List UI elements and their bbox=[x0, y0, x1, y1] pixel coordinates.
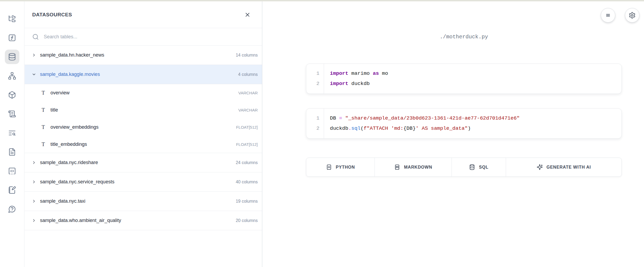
helper-panel-rail bbox=[0, 1, 24, 267]
database-icon bbox=[469, 164, 475, 170]
chevron-right-icon bbox=[32, 53, 36, 57]
generate-with-ai-button[interactable]: GENERATE WITH AI bbox=[506, 158, 621, 176]
table-row[interactable]: sample_data.nyc.service_requests 40 colu… bbox=[25, 172, 262, 192]
column-row[interactable]: T title_embeddings FLOAT[512] bbox=[25, 136, 262, 153]
table-name: sample_data.nyc.service_requests bbox=[40, 179, 114, 185]
table-column-count: 20 columns bbox=[236, 218, 258, 223]
sidebar-item-chat-help[interactable] bbox=[5, 202, 19, 216]
column-type: FLOAT[512] bbox=[236, 125, 258, 129]
text-type-icon: T bbox=[41, 90, 46, 96]
table-name: sample_data.hn.hacker_news bbox=[40, 52, 104, 58]
function-square-icon bbox=[8, 34, 16, 42]
column-name: overview_embeddings bbox=[50, 124, 99, 130]
add-cell-toolbar: PYTHON MARKDOWN SQL GENER bbox=[306, 158, 622, 177]
document-icon bbox=[8, 148, 16, 156]
hamburger-menu-icon bbox=[605, 12, 612, 19]
table-name: sample_data.nyc.taxi bbox=[40, 198, 85, 204]
text-search-icon bbox=[8, 129, 16, 137]
database-icon bbox=[8, 53, 16, 61]
close-icon bbox=[244, 12, 251, 18]
column-row[interactable]: T overview_embeddings FLOAT[512] bbox=[25, 118, 262, 136]
panel-header: DATASOURCES bbox=[25, 1, 262, 28]
sparkles-icon bbox=[537, 164, 543, 170]
column-type: FLOAT[512] bbox=[236, 142, 258, 147]
table-name: sample_data.nyc.rideshare bbox=[40, 160, 98, 165]
datasources-panel: DATASOURCES sample_data.hn.hacker_news 1… bbox=[25, 1, 262, 267]
notebook-menu-button[interactable] bbox=[601, 8, 615, 23]
column-name: title_embeddings bbox=[50, 142, 87, 147]
help-chat-icon bbox=[8, 205, 16, 213]
table-name: sample_data.kaggle.movies bbox=[40, 72, 100, 77]
snippets-code-icon bbox=[8, 167, 16, 175]
table-column-count: 19 columns bbox=[236, 199, 258, 204]
text-type-icon: T bbox=[41, 107, 46, 113]
table-search-bar bbox=[25, 28, 262, 46]
search-icon bbox=[32, 34, 39, 40]
close-panel-button[interactable] bbox=[244, 12, 251, 18]
table-column-count: 4 columns bbox=[238, 72, 258, 77]
text-type-icon: T bbox=[41, 141, 46, 147]
sidebar-item-dependencies[interactable] bbox=[5, 69, 19, 83]
file-tree-icon bbox=[8, 15, 16, 23]
column-type: VARCHAR bbox=[238, 91, 258, 95]
gear-icon bbox=[629, 12, 636, 19]
chevron-right-icon bbox=[32, 160, 36, 165]
column-row[interactable]: T overview VARCHAR bbox=[25, 84, 262, 101]
table-row[interactable]: sample_data.who.ambient_air_quality 20 c… bbox=[25, 211, 262, 230]
sidebar-item-datasources[interactable] bbox=[5, 50, 19, 64]
code-cell[interactable]: 1 2 import marimo as mo import duckdb bbox=[306, 64, 622, 94]
code-cell-icon bbox=[326, 164, 332, 170]
column-name: title bbox=[50, 107, 58, 113]
column-name: overview bbox=[50, 90, 70, 96]
table-row[interactable]: sample_data.nyc.taxi 19 columns bbox=[25, 192, 262, 211]
sidebar-item-logs[interactable] bbox=[5, 107, 19, 121]
column-type: VARCHAR bbox=[238, 108, 258, 112]
sidebar-item-packages[interactable] bbox=[5, 88, 19, 102]
table-column-count: 24 columns bbox=[236, 160, 258, 165]
table-name: sample_data.who.ambient_air_quality bbox=[40, 218, 121, 223]
sidebar-item-file-tree[interactable] bbox=[5, 12, 19, 26]
dependency-graph-icon bbox=[8, 72, 16, 80]
settings-button[interactable] bbox=[625, 8, 639, 23]
search-input[interactable] bbox=[43, 34, 254, 40]
sidebar-item-variables[interactable] bbox=[5, 31, 19, 45]
chevron-down-icon bbox=[32, 72, 36, 77]
marimo-notebook-window: DATASOURCES sample_data.hn.hacker_news 1… bbox=[0, 0, 644, 267]
line-number-gutter: 1 2 bbox=[306, 64, 324, 94]
table-row[interactable]: sample_data.nyc.rideshare 24 columns bbox=[25, 153, 262, 172]
code-cell[interactable]: 1 2 DB = "_share/sample_data/23b0d623-13… bbox=[306, 108, 622, 139]
table-row-selected[interactable]: sample_data.kaggle.movies 4 columns bbox=[25, 65, 262, 84]
notebook-filename[interactable]: ./motherduck.py bbox=[306, 34, 622, 40]
panel-title: DATASOURCES bbox=[32, 12, 72, 18]
markdown-icon bbox=[394, 164, 400, 170]
table-row[interactable]: sample_data.hn.hacker_news 14 columns bbox=[25, 46, 262, 65]
notebook-area: ./motherduck.py 1 2 import marimo as mo … bbox=[263, 1, 644, 267]
text-type-icon: T bbox=[41, 124, 46, 130]
add-markdown-cell-button[interactable]: MARKDOWN bbox=[375, 158, 452, 176]
table-columns-list: T overview VARCHAR T title VARCHAR T ove… bbox=[25, 84, 262, 153]
code-editor[interactable]: DB = "_share/sample_data/23b0d623-1361-4… bbox=[324, 109, 520, 138]
add-sql-cell-button[interactable]: SQL bbox=[452, 158, 506, 176]
table-column-count: 14 columns bbox=[236, 53, 258, 58]
chevron-right-icon bbox=[32, 218, 36, 223]
chevron-right-icon bbox=[32, 199, 36, 203]
column-row[interactable]: T title VARCHAR bbox=[25, 101, 262, 118]
sidebar-item-documentation[interactable] bbox=[5, 145, 19, 159]
chevron-right-icon bbox=[32, 180, 36, 184]
line-number-gutter: 1 2 bbox=[306, 109, 324, 138]
logs-scroll-icon bbox=[8, 110, 16, 118]
sidebar-item-tracebacks[interactable] bbox=[5, 126, 19, 140]
sidebar-item-scratchpad[interactable] bbox=[5, 183, 19, 197]
scratchpad-pen-icon bbox=[8, 186, 16, 194]
package-icon bbox=[8, 91, 16, 99]
code-editor[interactable]: import marimo as mo import duckdb bbox=[324, 64, 388, 94]
sidebar-item-snippets[interactable] bbox=[5, 164, 19, 178]
add-python-cell-button[interactable]: PYTHON bbox=[306, 158, 375, 176]
table-column-count: 40 columns bbox=[236, 180, 258, 184]
